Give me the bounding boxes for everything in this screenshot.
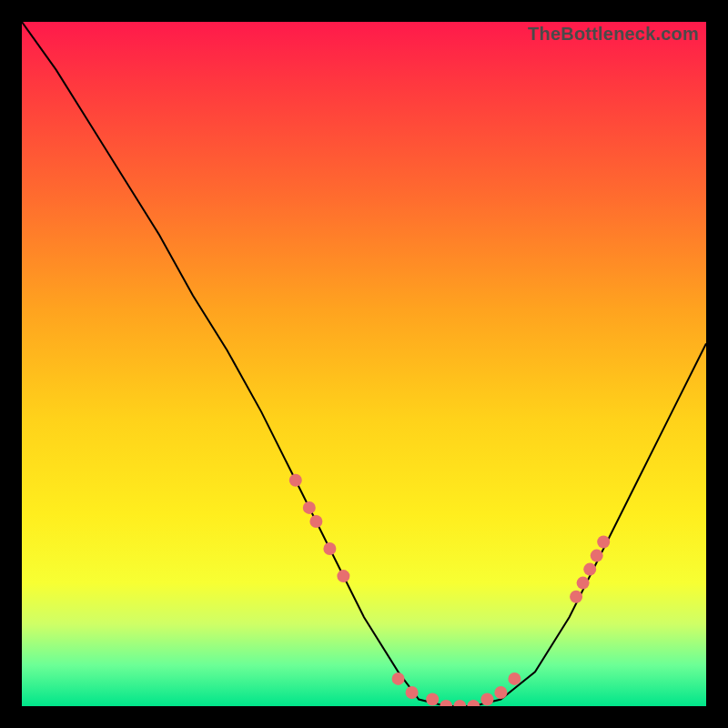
chart-plot-area: TheBottleneck.com — [22, 22, 706, 706]
curve-marker — [467, 700, 480, 706]
watermark-text: TheBottleneck.com — [528, 24, 699, 45]
curve-marker — [480, 693, 493, 706]
curve-marker — [453, 700, 466, 706]
curve-marker — [303, 501, 316, 514]
curve-marker — [570, 591, 582, 603]
curve-marker — [337, 570, 349, 582]
curve-marker — [323, 542, 336, 555]
curve-marker — [392, 672, 405, 685]
curve-marker — [494, 686, 507, 699]
curve-marker — [591, 550, 603, 562]
curve-marker — [406, 686, 419, 699]
curve-markers — [289, 474, 610, 706]
curve-marker — [583, 563, 596, 576]
curve-marker — [309, 515, 322, 528]
curve-marker — [426, 693, 439, 706]
curve-marker — [440, 700, 452, 706]
chart-svg — [22, 22, 706, 706]
curve-marker — [597, 536, 610, 549]
curve-marker — [577, 577, 590, 590]
curve-marker — [508, 672, 521, 685]
bottleneck-curve — [22, 22, 706, 706]
curve-marker — [289, 474, 302, 487]
